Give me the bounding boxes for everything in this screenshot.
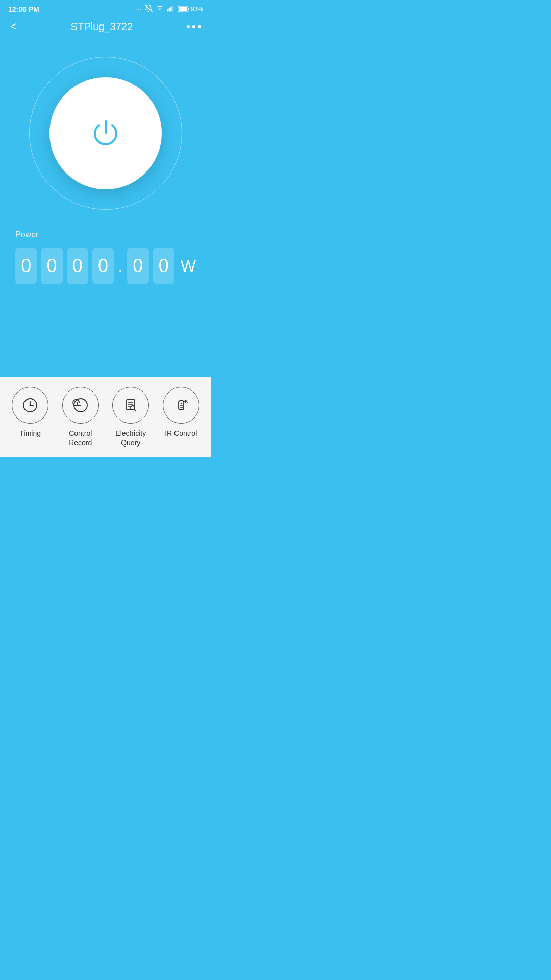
power-label: Power	[15, 230, 38, 239]
svg-point-11	[30, 404, 31, 406]
power-icon	[88, 115, 123, 151]
control-record-label: ControlRecord	[69, 429, 92, 447]
nav-item-timing[interactable]: Timing	[5, 387, 56, 438]
more-button[interactable]	[187, 25, 201, 28]
wifi-icon	[155, 4, 164, 14]
page-title: STPlug_3722	[71, 21, 133, 33]
more-dot-1	[187, 25, 190, 28]
more-dot-2	[192, 25, 195, 28]
timing-label: Timing	[20, 429, 41, 438]
back-button[interactable]: <	[10, 20, 17, 33]
power-digit-5: 0	[127, 248, 148, 284]
power-display: 0 0 0 0 . 0 0 W	[10, 248, 201, 284]
power-digit-2: 0	[41, 248, 62, 284]
status-bar: 12:06 PM ···	[0, 0, 211, 16]
power-ring	[29, 57, 182, 210]
status-icons: ···	[135, 4, 203, 14]
signal-icon	[167, 5, 175, 13]
timing-icon	[21, 396, 39, 414]
svg-line-18	[134, 409, 136, 411]
bottom-nav: Timing ControlRecord	[0, 377, 211, 457]
power-button[interactable]	[49, 77, 162, 189]
ir-control-label: IR Control	[165, 429, 197, 438]
power-digit-1: 0	[15, 248, 37, 284]
svg-rect-5	[172, 5, 173, 11]
power-decimal: .	[118, 255, 123, 277]
svg-rect-3	[169, 8, 170, 11]
electricity-query-icon	[121, 396, 140, 414]
signal-dots-icon: ···	[135, 6, 142, 13]
control-record-icon	[71, 396, 90, 414]
power-digit-4: 0	[92, 248, 114, 284]
electricity-query-icon-circle	[112, 387, 149, 424]
timing-icon-circle	[12, 387, 48, 424]
power-digit-3: 0	[67, 248, 88, 284]
svg-point-1	[159, 11, 160, 11]
svg-line-0	[145, 5, 153, 12]
ir-control-icon	[172, 396, 190, 414]
nav-item-control-record[interactable]: ControlRecord	[56, 387, 106, 447]
svg-rect-4	[170, 7, 171, 12]
silent-icon	[144, 4, 153, 14]
header: < STPlug_3722	[0, 16, 211, 41]
status-time: 12:06 PM	[8, 5, 39, 13]
power-digit-6: 0	[153, 248, 174, 284]
svg-rect-19	[179, 401, 184, 410]
nav-item-electricity-query[interactable]: ElectricityQuery	[106, 387, 156, 447]
nav-item-ir-control[interactable]: IR Control	[156, 387, 207, 438]
svg-rect-2	[167, 9, 168, 12]
battery-icon: 93%	[178, 6, 203, 13]
main-area: Power 0 0 0 0 . 0 0 W	[0, 41, 211, 377]
more-dot-3	[198, 25, 201, 28]
electricity-query-label: ElectricityQuery	[115, 429, 146, 447]
svg-rect-7	[179, 7, 187, 11]
control-record-icon-circle	[62, 387, 99, 424]
power-unit: W	[181, 257, 196, 276]
ir-control-icon-circle	[163, 387, 199, 424]
